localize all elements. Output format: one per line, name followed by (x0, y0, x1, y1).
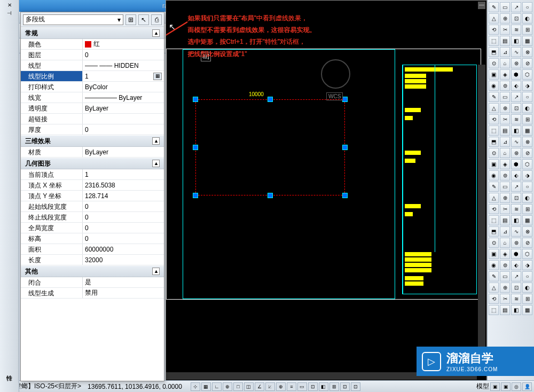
property-row[interactable]: 标高0 (21, 233, 164, 244)
property-value[interactable]: ByLayer (83, 147, 164, 157)
tool-icon[interactable]: ◈ (500, 159, 510, 169)
am-icon[interactable]: ⊞ (329, 382, 339, 391)
tool-icon[interactable]: ◈ (500, 69, 510, 80)
palette-close-icon[interactable]: ✕ (7, 2, 12, 8)
property-value[interactable]: 0 (83, 50, 164, 60)
tool-icon[interactable]: ⬢ (511, 249, 521, 259)
property-value[interactable]: 1 (83, 169, 164, 179)
property-value[interactable]: 1▦ (83, 71, 164, 81)
tool-icon[interactable]: ○ (522, 2, 532, 12)
tool-icon[interactable]: ◧ (511, 215, 521, 225)
property-row[interactable]: 闭合是 (21, 277, 164, 288)
tool-icon[interactable]: ⊕ (500, 103, 510, 113)
tool-icon[interactable]: ⊞ (522, 294, 532, 304)
tool-icon[interactable]: ▦ (522, 36, 532, 46)
property-value[interactable]: 0 (83, 223, 164, 233)
tool-icon[interactable]: ⌂ (500, 148, 510, 158)
tool-icon[interactable]: ✎ (489, 2, 499, 12)
property-value[interactable]: 0 (83, 201, 164, 211)
tool-icon[interactable]: ✂ (500, 294, 510, 304)
lwt-icon[interactable]: ≡ (287, 382, 296, 391)
tool-icon[interactable]: ✎ (489, 92, 499, 102)
property-value[interactable]: 2316.5038 (83, 180, 164, 190)
tool-icon[interactable]: ↗ (511, 92, 521, 102)
tool-icon[interactable]: ⊞ (522, 114, 532, 124)
tool-icon[interactable]: ⊘ (522, 238, 532, 248)
tool-icon[interactable]: ⟲ (489, 294, 499, 304)
object-type-dropdown[interactable]: 多段线 ▾ (23, 14, 123, 25)
property-value[interactable]: 0 (83, 233, 164, 244)
tool-icon[interactable]: ◉ (489, 260, 499, 270)
tool-icon[interactable]: ⊿ (500, 47, 510, 57)
tool-icon[interactable]: ⬚ (489, 36, 499, 46)
tool-icon[interactable]: ⊗ (522, 47, 532, 57)
property-row[interactable]: 顶点 Y 坐标128.714 (21, 191, 164, 201)
property-row[interactable]: 顶点 X 坐标2316.5038 (21, 180, 164, 191)
property-value[interactable]: 60000000 (83, 244, 164, 254)
tool-icon[interactable]: ▦ (522, 215, 532, 225)
tool-icon[interactable]: ✎ (489, 271, 499, 281)
tool-icon[interactable]: ∿ (511, 137, 521, 147)
sb-icon[interactable]: ▣ (501, 382, 511, 391)
tool-icon[interactable]: ▭ (500, 2, 510, 12)
tool-icon[interactable]: ≋ (511, 204, 521, 214)
property-row[interactable]: 当前顶点1 (21, 169, 164, 180)
tool-icon[interactable]: ⬗ (522, 81, 532, 91)
grid-icon[interactable]: ▦ (201, 382, 211, 391)
toggle-pickadd-icon[interactable]: ⊞ (125, 14, 136, 25)
tool-icon[interactable]: ⬗ (522, 170, 532, 181)
tool-icon[interactable]: ◧ (511, 305, 521, 315)
property-section-header[interactable]: 三维效果▴ (21, 135, 164, 147)
tool-icon[interactable]: ⊙ (489, 238, 499, 248)
tool-icon[interactable]: ⬗ (522, 260, 532, 270)
tool-icon[interactable]: ≋ (511, 114, 521, 124)
tool-icon[interactable]: ○ (522, 92, 532, 102)
dyn-icon[interactable]: ⊕ (276, 382, 286, 391)
property-row[interactable]: 超链接 (21, 114, 164, 124)
tool-icon[interactable]: ⬖ (511, 260, 521, 270)
tool-icon[interactable]: ○ (522, 271, 532, 281)
tool-icon[interactable]: ⊞ (522, 25, 532, 35)
property-value[interactable]: ByColor (83, 82, 164, 92)
tool-icon[interactable]: ▭ (500, 271, 510, 281)
tool-icon[interactable]: ▣ (489, 69, 499, 80)
sb-icon[interactable]: ◎ (512, 382, 521, 391)
tool-icon[interactable]: ⊡ (511, 13, 521, 23)
minus-icon[interactable]: — (478, 2, 485, 9)
tool-icon[interactable]: ◐ (522, 193, 532, 203)
tool-icon[interactable]: ▭ (500, 92, 510, 102)
tool-icon[interactable]: ⬢ (511, 159, 521, 169)
grip[interactable] (193, 193, 198, 198)
tool-icon[interactable]: ⊕ (500, 13, 510, 23)
tool-icon[interactable]: ◉ (489, 170, 499, 181)
tool-icon[interactable]: ⊚ (500, 260, 510, 270)
property-value[interactable]: 禁用 (83, 288, 164, 298)
property-value[interactable]: ByLayer (83, 103, 164, 113)
tool-icon[interactable]: ⌂ (500, 58, 510, 68)
tool-icon[interactable]: ≋ (511, 294, 521, 304)
grip[interactable] (342, 193, 348, 198)
property-row[interactable]: 图层0 (21, 50, 164, 60)
tool-icon[interactable]: ⊛ (511, 238, 521, 248)
tool-icon[interactable]: ◧ (511, 36, 521, 46)
grip[interactable] (342, 145, 348, 150)
property-section-header[interactable]: 常规▴ (21, 27, 164, 39)
tool-icon[interactable]: ⊿ (500, 226, 510, 237)
tool-icon[interactable]: ⬢ (511, 69, 521, 80)
sb-icon[interactable]: ⊡ (340, 382, 350, 391)
otrack-icon[interactable]: ∠ (255, 382, 264, 391)
tool-icon[interactable]: ⬒ (489, 226, 499, 237)
property-value[interactable]: 0 (83, 212, 164, 222)
tool-icon[interactable]: △ (489, 103, 499, 113)
tool-icon[interactable]: ▦ (522, 305, 532, 315)
select-objects-icon[interactable]: ↖ (138, 14, 149, 25)
tool-icon[interactable]: ▤ (500, 126, 510, 136)
tool-icon[interactable]: ∿ (511, 47, 521, 57)
nav-bar[interactable] (478, 65, 485, 370)
tool-icon[interactable]: ⬡ (522, 249, 532, 259)
ortho-icon[interactable]: ∟ (212, 382, 222, 391)
property-section-header[interactable]: 其他▴ (21, 265, 164, 277)
quick-select-icon[interactable]: ⎙ (151, 14, 162, 25)
tool-icon[interactable]: ▤ (500, 305, 510, 315)
tool-icon[interactable]: ◈ (500, 249, 510, 259)
